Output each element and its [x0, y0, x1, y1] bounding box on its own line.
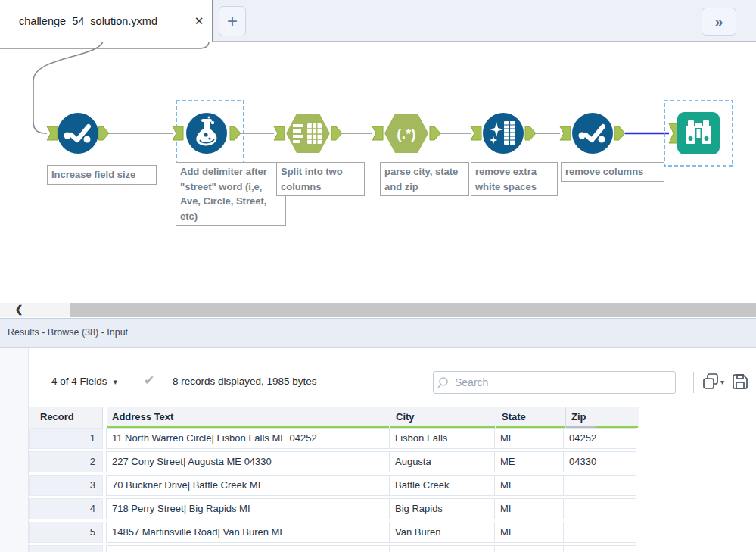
state-cell[interactable]: MI	[494, 475, 564, 496]
column-header-record[interactable]: Record	[29, 407, 103, 428]
tool-text-to-columns[interactable]	[286, 114, 330, 153]
city-cell[interactable]: Battle Creek	[389, 475, 495, 496]
toolbar-separator	[693, 372, 694, 393]
tool-select-remove-columns[interactable]	[572, 113, 613, 154]
record-number-cell[interactable]: 6	[29, 545, 103, 552]
tab-overflow-button[interactable]: »	[702, 8, 736, 36]
records-summary: 8 records displayed, 1985 bytes	[173, 376, 317, 387]
close-icon[interactable]: ✕	[186, 14, 212, 28]
annotation-split-two-columns[interactable]: Split into two columns	[276, 162, 365, 196]
annotation-remove-extra-spaces[interactable]: remove extra white spaces	[471, 162, 558, 196]
annotation-remove-columns[interactable]: remove columns	[561, 162, 664, 182]
scroll-left-icon[interactable]: ❮	[11, 303, 27, 317]
wire-from-offscreen	[0, 42, 209, 48]
tool-data-cleansing[interactable]	[483, 113, 524, 154]
results-toolbar: 4 of 4 Fields▾ ✔ 8 records displayed, 19…	[29, 348, 756, 407]
new-tab-button[interactable]: +	[219, 6, 246, 36]
scrollbar-thumb[interactable]	[70, 303, 756, 317]
table-row[interactable]: 4 718 Perry Street| Big Rapids MI Big Ra…	[29, 498, 756, 522]
tab-challenge-54-solution[interactable]: challenge_54_solution.yxmd ✕	[0, 0, 213, 42]
table-body: 1 11 North Warren Circle| Lisbon Falls M…	[29, 428, 756, 552]
search-icon	[434, 376, 453, 389]
state-cell[interactable]: MI	[494, 498, 564, 519]
tab-title: challenge_54_solution.yxmd	[0, 15, 186, 27]
city-cell[interactable]: Augusta	[389, 451, 495, 472]
copy-button[interactable]: ▾	[702, 373, 724, 391]
chevron-double-right-icon: »	[715, 14, 723, 30]
city-cell[interactable]: Big Rapids	[389, 498, 495, 519]
state-cell[interactable]: TX	[494, 545, 564, 552]
record-number-cell[interactable]: 1	[29, 428, 103, 449]
record-number-cell[interactable]: 2	[29, 451, 103, 472]
table-row[interactable]: 3 70 Buckner Drive| Battle Creek MI Batt…	[29, 475, 756, 498]
address-cell[interactable]: 14857 Martinsville Road| Van Buren MI	[106, 522, 390, 543]
state-cell[interactable]: ME	[494, 428, 564, 449]
zip-cell[interactable]: 75080	[563, 545, 636, 552]
table-header-row: Record Address Text City State Zip	[29, 407, 639, 428]
chevron-down-icon: ▾	[114, 377, 118, 386]
table-row[interactable]: 2 227 Cony Street| Augusta ME 04330 Augu…	[29, 451, 756, 475]
address-cell[interactable]: 227 Cony Street| Augusta ME 04330	[106, 451, 390, 472]
save-icon	[731, 373, 749, 391]
annotation-add-delimiter[interactable]: Add delimiter after "street" word (i,e, …	[176, 162, 286, 226]
alteryx-designer-window: + » challenge_54_solution.yxmd ✕	[0, 0, 756, 552]
tool-select-increase-field-size[interactable]	[58, 113, 98, 154]
canvas-horizontal-scrollbar[interactable]: ❮	[0, 301, 756, 318]
column-header-state[interactable]: State	[496, 407, 566, 428]
tool-formula-add-delimiter[interactable]	[186, 113, 227, 154]
zip-cell[interactable]	[563, 475, 636, 496]
search-box[interactable]	[433, 371, 676, 394]
zip-cell[interactable]	[563, 522, 636, 543]
annotation-increase-field-size[interactable]: Increase field size	[47, 165, 157, 185]
save-button[interactable]	[731, 373, 749, 391]
address-cell[interactable]: 70 Buckner Drive| Battle Creek MI	[106, 475, 390, 496]
record-number-cell[interactable]: 3	[29, 475, 103, 496]
city-cell[interactable]: Dallas	[389, 545, 495, 552]
city-cell[interactable]: Lisbon Falls	[389, 428, 495, 449]
state-cell[interactable]: ME	[494, 451, 564, 472]
table-row[interactable]: 5 14857 Martinsville Road| Van Buren MI …	[29, 522, 756, 545]
chevron-down-icon: ▾	[720, 378, 724, 386]
tool-regex-parse[interactable]: (.*)	[384, 114, 428, 153]
zip-cell[interactable]	[563, 498, 636, 519]
fields-dropdown[interactable]: 4 of 4 Fields▾	[51, 376, 117, 387]
zip-cell[interactable]: 04252	[563, 428, 636, 449]
column-header-city[interactable]: City	[390, 407, 496, 428]
regex-label: (.*)	[397, 126, 415, 142]
city-cell[interactable]: Van Buren	[389, 522, 495, 543]
column-header-address-text[interactable]: Address Text	[107, 407, 390, 428]
address-cell[interactable]: 903 Woodhollow Lane| Dallas TX 75080	[106, 545, 390, 552]
annotation-parse-city-state-zip[interactable]: parse city, state and zip	[380, 162, 469, 196]
table-row[interactable]: 6 903 Woodhollow Lane| Dallas TX 75080 D…	[29, 545, 756, 552]
copy-icon	[702, 373, 719, 391]
results-panel-title: Results - Browse (38) - Input	[0, 318, 756, 348]
workflow-canvas[interactable]: (.*)	[0, 42, 756, 301]
results-left-strip	[0, 348, 29, 552]
record-number-cell[interactable]: 5	[29, 522, 103, 543]
document-tab-bar: + » challenge_54_solution.yxmd ✕	[0, 0, 756, 42]
apply-check-icon[interactable]: ✔	[144, 373, 154, 388]
table-row[interactable]: 1 11 North Warren Circle| Lisbon Falls M…	[29, 428, 756, 451]
record-number-cell[interactable]: 4	[29, 498, 103, 519]
address-cell[interactable]: 11 North Warren Circle| Lisbon Falls ME …	[106, 428, 390, 449]
plus-icon: +	[227, 11, 238, 32]
state-cell[interactable]: MI	[494, 522, 564, 543]
column-header-zip[interactable]: Zip	[566, 407, 639, 428]
address-cell[interactable]: 718 Perry Street| Big Rapids MI	[106, 498, 390, 519]
zip-cell[interactable]: 04330	[563, 451, 636, 472]
tool-browse[interactable]	[677, 112, 720, 154]
search-input[interactable]	[453, 376, 675, 389]
